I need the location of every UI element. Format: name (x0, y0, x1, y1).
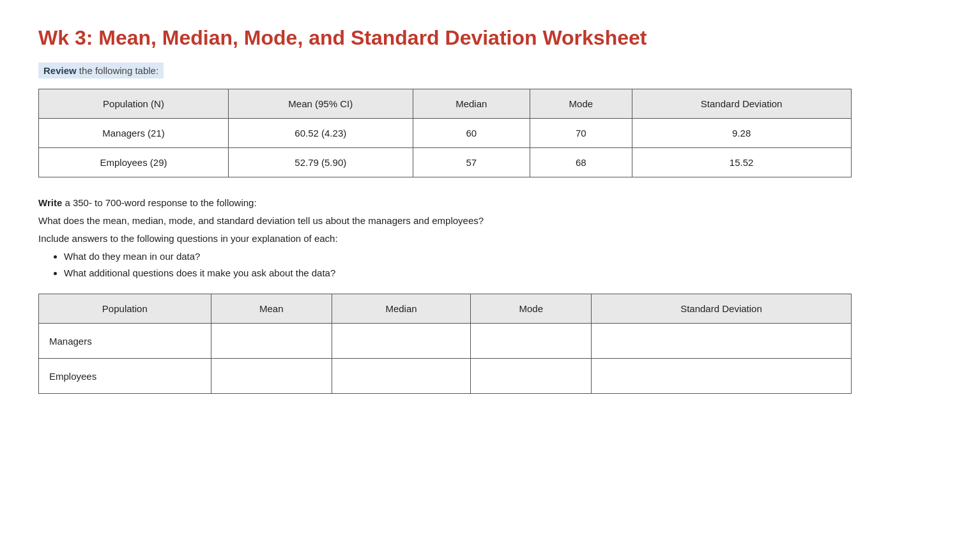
managers-stddev-input (592, 324, 851, 359)
employees-mode: 68 (530, 148, 632, 177)
write-bullet-list: What do they mean in our data? What addi… (64, 249, 942, 281)
data-table: Population (N) Mean (95% CI) Median Mode… (38, 89, 852, 177)
table-row: Managers (21) 60.52 (4.23) 60 70 9.28 (39, 119, 852, 148)
response-table: Population Mean Median Mode Standard Dev… (38, 294, 852, 394)
write-line2: What does the mean, median, mode, and st… (38, 213, 942, 229)
managers-population: Managers (21) (39, 119, 229, 148)
write-bold: Write (38, 197, 62, 208)
table2-body: Managers Employees (39, 324, 852, 394)
managers-median: 60 (413, 119, 530, 148)
employees-mean-input (211, 359, 332, 394)
write-line1-text: a 350- to 700-word response to the follo… (62, 197, 256, 208)
managers-label: Managers (39, 324, 211, 359)
employees-median-input (332, 359, 470, 394)
managers-mode: 70 (530, 119, 632, 148)
col2-mean: Mean (211, 294, 332, 324)
write-line1: Write a 350- to 700-word response to the… (38, 195, 942, 211)
col-median: Median (413, 89, 530, 119)
table1-header: Population (N) Mean (95% CI) Median Mode… (39, 89, 852, 119)
col-std-dev: Standard Deviation (632, 89, 851, 119)
employees-label: Employees (39, 359, 211, 394)
table-row: Managers (39, 324, 852, 359)
col2-mode: Mode (471, 294, 592, 324)
write-section: Write a 350- to 700-word response to the… (38, 195, 942, 281)
managers-median-input (332, 324, 470, 359)
managers-mode-input (471, 324, 592, 359)
employees-mode-input (471, 359, 592, 394)
table1-header-row: Population (N) Mean (95% CI) Median Mode… (39, 89, 852, 119)
write-line3: Include answers to the following questio… (38, 231, 942, 246)
bullet-item: What additional questions does it make y… (64, 266, 942, 281)
table2-header-row: Population Mean Median Mode Standard Dev… (39, 294, 852, 324)
col-population-n: Population (N) (39, 89, 229, 119)
col2-population: Population (39, 294, 211, 324)
col2-median: Median (332, 294, 470, 324)
employees-std-dev: 15.52 (632, 148, 851, 177)
page-title: Wk 3: Mean, Median, Mode, and Standard D… (38, 26, 942, 50)
table-row: Employees (39, 359, 852, 394)
employees-population: Employees (29) (39, 148, 229, 177)
managers-mean: 60.52 (4.23) (229, 119, 413, 148)
bullet-item: What do they mean in our data? (64, 249, 942, 264)
table-row: Employees (29) 52.79 (5.90) 57 68 15.52 (39, 148, 852, 177)
review-text: the following table: (77, 65, 158, 76)
table1-body: Managers (21) 60.52 (4.23) 60 70 9.28 Em… (39, 119, 852, 177)
review-block: Review the following table: (38, 63, 164, 79)
employees-stddev-input (592, 359, 851, 394)
employees-median: 57 (413, 148, 530, 177)
table2-header: Population Mean Median Mode Standard Dev… (39, 294, 852, 324)
employees-mean: 52.79 (5.90) (229, 148, 413, 177)
col2-std-dev: Standard Deviation (592, 294, 851, 324)
managers-mean-input (211, 324, 332, 359)
col-mean-ci: Mean (95% CI) (229, 89, 413, 119)
review-label: Review (43, 65, 77, 76)
managers-std-dev: 9.28 (632, 119, 851, 148)
col-mode: Mode (530, 89, 632, 119)
